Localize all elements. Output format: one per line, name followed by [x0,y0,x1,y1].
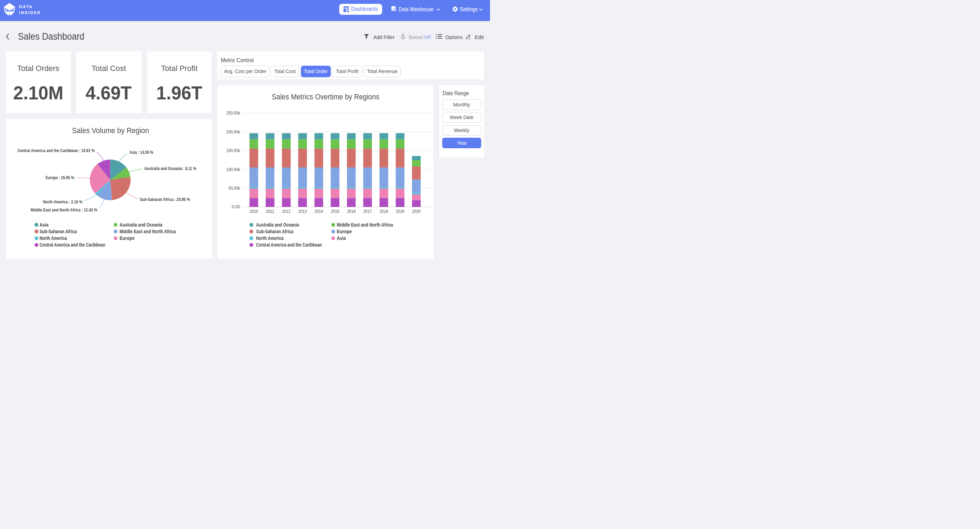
svg-text:2014: 2014 [315,209,323,214]
svg-text:Sub-Saharan Africa: Sub-Saharan Africa [256,229,293,234]
svg-text:50.00k: 50.00k [229,186,240,191]
svg-text:2011: 2011 [266,209,274,214]
svg-text:2012: 2012 [282,209,290,214]
svg-text:Central America and the Caribb: Central America and the Caribbean [256,242,321,248]
svg-text:North America: North America [256,235,283,241]
svg-text:Europe: Europe [119,235,135,241]
svg-text:Sub-Saharan Africa: Sub-Saharan Africa [39,229,76,234]
svg-text:2010: 2010 [250,209,258,214]
svg-text:Asia: Asia [39,222,49,228]
svg-text:North America: North America [39,235,67,241]
svg-text:Middle East and North Africa :: Middle East and North Africa : 12.43 % [30,208,97,213]
svg-text:Central America and the Caribb: Central America and the Caribbean : 10.8… [17,148,95,153]
svg-text:Australia and Oceania : 8.11 %: Australia and Oceania : 8.11 % [144,166,196,171]
svg-text:Central America and the Caribb: Central America and the Caribbean [39,242,105,248]
svg-text:Australia and Oceania: Australia and Oceania [119,222,162,228]
svg-text:150.00k: 150.00k [226,148,240,153]
svg-text:Middle East and North Africa: Middle East and North Africa [119,229,176,234]
svg-text:Australia and Oceania: Australia and Oceania [256,222,299,228]
svg-text:2016: 2016 [347,209,355,214]
svg-text:Asia : 14.59 %: Asia : 14.59 % [129,150,153,155]
svg-text:Sales Volume by Region: Sales Volume by Region [72,126,149,135]
svg-text:250.00k: 250.00k [226,111,240,116]
svg-text:2018: 2018 [380,209,388,214]
svg-text:Asia: Asia [337,235,346,241]
svg-text:200.00k: 200.00k [226,130,240,135]
svg-text:2019: 2019 [396,209,404,214]
svg-text:2020: 2020 [412,209,420,214]
svg-text:Europe : 25.95 %: Europe : 25.95 % [45,175,74,180]
svg-text:100.00k: 100.00k [226,167,240,172]
svg-text:2017: 2017 [363,209,372,214]
svg-text:2015: 2015 [331,209,339,214]
svg-text:2013: 2013 [298,209,307,214]
svg-text:Sub-Saharan Africa : 25.95 %: Sub-Saharan Africa : 25.95 % [140,197,190,202]
svg-text:Sales Metrics Overtime by Regi: Sales Metrics Overtime by Regions [272,92,379,101]
svg-text:North America : 2.16 %: North America : 2.16 % [43,200,82,205]
svg-text:0.00: 0.00 [232,205,240,209]
svg-text:Middle East and North Africa: Middle East and North Africa [337,222,393,228]
svg-text:Europe: Europe [337,229,352,234]
